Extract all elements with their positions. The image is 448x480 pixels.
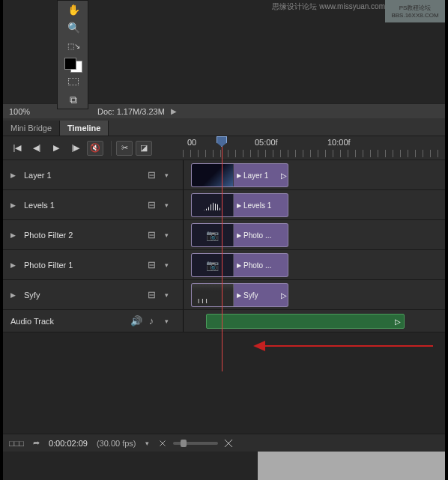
video-clip[interactable]: ▶Levels 1 [191,193,288,217]
filmstrip-icon[interactable]: ⊟ [144,229,159,240]
color-swatches[interactable] [58,55,89,73]
transport-bar: |◀ ◀| ▶ |▶ 🔇 ✂ ◪ 00 05:00f 10:00f [3,136,445,160]
clip-label: Photo ... [243,261,271,270]
track-expand-icon[interactable]: ▶ [10,201,18,209]
status-play-icon[interactable]: ▶ [171,107,177,115]
playhead-line [222,147,223,371]
track-menu-icon[interactable]: ▾ [159,261,174,269]
video-clip[interactable]: ▶Layer 1 ▷ [191,163,288,187]
clip-label: Layer 1 [243,171,268,180]
bottom-gray-area [258,452,445,480]
play-button[interactable]: ▶ [48,141,64,156]
zoom-out-icon[interactable] [159,440,165,446]
track-header[interactable]: ▶ Layer 1 ⊟ ▾ [3,169,181,180]
audio-track-label: Audio Track [10,317,129,326]
playhead[interactable] [217,136,227,147]
filmstrip-icon[interactable]: ⊟ [144,199,159,210]
zoom-tool[interactable]: 🔍 [58,19,89,37]
clip-end-marker-icon[interactable]: ▷ [395,318,401,326]
track-header[interactable]: ▶ Levels 1 ⊟ ▾ [3,199,181,210]
clip-thumbnail [192,164,234,186]
panel-tabs: Mini Bridge Timeline [3,118,445,136]
fps-display: (30.00 fps) [97,439,136,448]
filmstrip-icon[interactable]: ⊟ [144,169,159,180]
canvas-area: ✋ 🔍 ⬚↘ ⧉ PS教程论坛 BBS.16XX8.COM 思缘设计论坛 www… [3,0,445,103]
track-header[interactable]: ▶ Photo Filter 2 ⊟ ▾ [3,229,181,240]
chevron-down-icon[interactable]: ▾ [145,440,149,447]
track-name: Photo Filter 1 [24,261,144,270]
clip-thumbnail-levels-icon [192,194,234,216]
track-header[interactable]: ▶ Photo Filter 1 ⊟ ▾ [3,259,181,270]
watermark-text: 思缘设计论坛 www.missyuan.com [272,1,385,12]
doc-info: Doc: 1.17M/3.23M [97,107,165,116]
video-clip[interactable]: 📷 ▶Photo ... [191,253,288,277]
track-menu-icon[interactable]: ▾ [159,171,174,179]
track-row: ▶ Levels 1 ⊟ ▾ ▶Levels 1 [3,190,445,220]
track-expand-icon[interactable]: ▶ [10,291,18,299]
music-note-icon[interactable]: ♪ [144,315,159,326]
clip-thumbnail-camera-icon: 📷 [192,224,234,246]
audio-track-row: Audio Track 🔊 ♪ ▾ ▷ [3,310,445,332]
clip-end-marker-icon[interactable]: ▷ [280,164,288,186]
foreground-swatch[interactable] [64,58,76,70]
split-button[interactable]: ✂ [116,141,133,156]
clip-play-icon: ▶ [237,172,241,179]
clip-thumbnail [192,284,234,306]
track-row: ▶ Syfy ⊟ ▾ ▶Syfy ▷ [3,280,445,310]
ruler-tick-1: 05:00f [255,138,278,147]
go-to-first-frame-button[interactable]: |◀ [9,141,25,156]
track-expand-icon[interactable]: ▶ [10,261,18,269]
clip-end-marker-icon[interactable]: ▷ [280,284,288,306]
swap-colors-tool[interactable]: ⬚↘ [58,37,89,55]
track-menu-icon[interactable]: ▾ [159,318,174,325]
zoom-slider[interactable] [173,442,218,445]
zoom-slider-thumb[interactable] [181,440,187,447]
track-name: Syfy [24,291,144,300]
track-menu-icon[interactable]: ▾ [159,231,174,239]
separator [111,141,112,156]
filmstrip-icon[interactable]: ⊟ [144,259,159,270]
tab-mini-bridge[interactable]: Mini Bridge [3,121,60,136]
timeline-footer: □□□ ➦ 0:00:02:09 (30.00 fps) ▾ [3,434,445,452]
track-menu-icon[interactable]: ▾ [159,201,174,209]
ruler-tick-2: 10:00f [327,138,351,147]
prev-frame-button[interactable]: ◀| [28,141,45,156]
annotation-arrow [253,341,433,351]
ruler-tick-0: 00 [187,138,196,147]
track-expand-icon[interactable]: ▶ [10,231,18,239]
current-time: 0:00:02:09 [49,439,88,448]
video-clip[interactable]: 📷 ▶Photo ... [191,223,288,247]
tab-timeline[interactable]: Timeline [60,121,109,136]
track-row: ▶ Photo Filter 1 ⊟ ▾ 📷 ▶Photo ... [3,250,445,280]
track-name: Layer 1 [24,171,144,180]
zoom-in-icon[interactable] [224,440,233,447]
transition-button[interactable]: ◪ [136,141,152,156]
video-clip[interactable]: ▶Syfy ▷ [191,283,288,307]
track-expand-icon[interactable]: ▶ [10,171,18,179]
track-name: Photo Filter 2 [24,231,144,240]
quickmask-tool[interactable] [58,73,89,91]
clip-label: Levels 1 [243,201,271,210]
export-icon[interactable]: ➦ [33,438,40,448]
audio-track-header[interactable]: Audio Track 🔊 ♪ ▾ [3,315,181,326]
zoom-level[interactable]: 100% [9,107,61,116]
track-header[interactable]: ▶ Syfy ⊟ ▾ [3,289,181,300]
clip-play-icon: ▶ [237,232,241,239]
tools-palette: ✋ 🔍 ⬚↘ ⧉ [57,0,88,109]
speaker-icon[interactable]: 🔊 [129,315,144,326]
time-ruler[interactable]: 00 05:00f 10:00f [183,136,445,160]
track-name: Levels 1 [24,201,144,210]
frame-mode-icon[interactable]: □□□ [9,439,24,448]
screenmode-tool[interactable]: ⧉ [58,91,89,109]
track-menu-icon[interactable]: ▾ [159,291,174,299]
audio-clip[interactable]: ▷ [206,314,405,329]
hand-tool[interactable]: ✋ [58,1,89,19]
next-frame-button[interactable]: |▶ [67,141,84,156]
clip-play-icon: ▶ [237,202,241,209]
watermark-badge: PS教程论坛 BBS.16XX8.COM [385,0,445,22]
filmstrip-icon[interactable]: ⊟ [144,289,159,300]
clip-thumbnail-camera-icon: 📷 [192,254,234,276]
clip-label: Photo ... [243,231,271,240]
mute-button[interactable]: 🔇 [87,141,103,156]
clip-play-icon: ▶ [237,262,241,269]
